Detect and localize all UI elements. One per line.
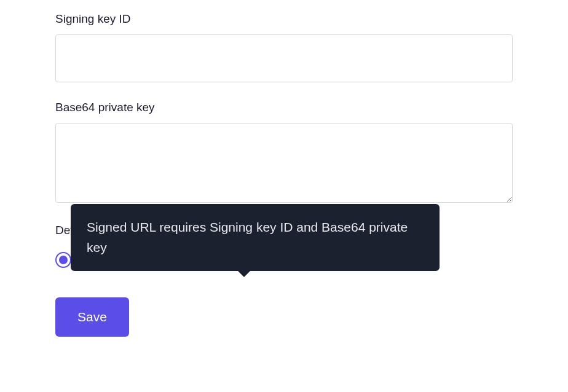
signing-key-id-label: Signing key ID bbox=[55, 12, 513, 26]
save-button[interactable]: Save bbox=[55, 297, 129, 337]
radio-public-dot bbox=[59, 256, 68, 264]
radio-public-circle bbox=[55, 252, 71, 268]
signing-key-id-group: Signing key ID bbox=[55, 12, 513, 82]
signed-url-tooltip: Signed URL requires Signing key ID and B… bbox=[71, 204, 440, 271]
base64-private-key-input[interactable] bbox=[55, 123, 513, 203]
signing-key-id-input[interactable] bbox=[55, 34, 513, 82]
base64-private-key-label: Base64 private key bbox=[55, 101, 513, 114]
base64-private-key-group: Base64 private key bbox=[55, 101, 513, 205]
